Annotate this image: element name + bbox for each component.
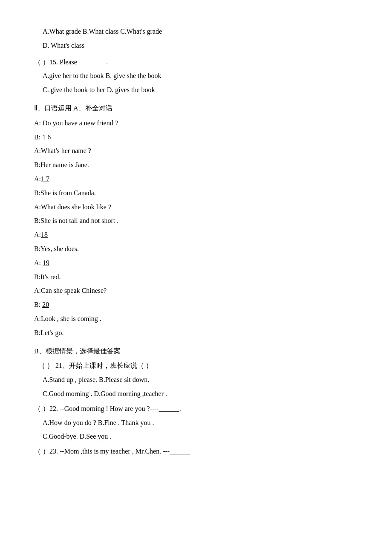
q15-options-ab: A.give her to the book B. give she the b… (43, 70, 358, 82)
q22-options-cd: C.Good-bye. D.See you . (43, 431, 358, 443)
q14-option-a: A.What grade B.What class C.What's grade (43, 28, 162, 35)
dialog-a6-num: 19 (43, 259, 49, 266)
q14-options-line1: A.What grade B.What class C.What's grade (43, 26, 358, 38)
dialog-a3: A:1 7 (34, 173, 358, 185)
dialog-a3-num: 1 7 (41, 175, 49, 182)
dialog-a1: A: Do you have a new friend ? (34, 117, 358, 130)
dialog-b1: B: 1 6 (34, 131, 358, 144)
dialog-b5: B:Yes, she does. (34, 243, 358, 255)
q23-stem: （ ）23. --Mom ,this is my teacher , Mr.Ch… (34, 445, 358, 458)
q22-stem: （ ）22. --Good morning ! How are you ?---… (34, 403, 358, 415)
dialog-b2: B:Her name is Jane. (34, 159, 358, 171)
dialog-b4: B:She is not tall and not short . (34, 215, 358, 227)
dialog-a8: A:Look , she is coming . (34, 313, 358, 325)
q14-options-line2: D. What's class (43, 40, 358, 52)
q21-options-ab: A.Stand up , please. B.Please sit down. (43, 374, 358, 386)
section2b-header: B、根据情景，选择最佳答案 (34, 345, 358, 358)
section2-header: Ⅱ、口语运用 A、补全对话 (34, 102, 358, 115)
dialog-b8: B:Let's go. (34, 327, 358, 339)
dialog-a6: A: 19 (34, 257, 358, 269)
page-content: A.What grade B.What class C.What's grade… (34, 26, 358, 458)
dialog-a5: A:18 (34, 229, 358, 241)
q21-options-cd: C.Good morning . D.Good morning ,teacher… (43, 388, 358, 400)
dialog-a2: A:What's her name ? (34, 145, 358, 157)
q22-options-ab: A.How do you do ? B.Fine . Thank you . (43, 417, 358, 429)
dialog-a4: A:What does she look like ? (34, 201, 358, 214)
dialog-b3: B:She is from Canada. (34, 187, 358, 199)
q21-stem: （ ） 21、开始上课时，班长应说（ ） (38, 360, 358, 372)
dialog-b7: B: 20 (34, 299, 358, 311)
dialog-a5-num: 18 (41, 231, 48, 238)
dialog-a7: A:Can she speak Chinese? (34, 285, 358, 297)
dialog-b6: B:It's red. (34, 271, 358, 283)
dialog-b1-num: 1 6 (42, 133, 51, 141)
q15-stem: （ ）15. Please ________. (34, 56, 358, 69)
q14-option-d: D. What's class (43, 42, 84, 49)
q15-options-cd: C. give the book to her D. gives the boo… (43, 84, 358, 96)
dialog-b7-num: 20 (42, 301, 49, 308)
